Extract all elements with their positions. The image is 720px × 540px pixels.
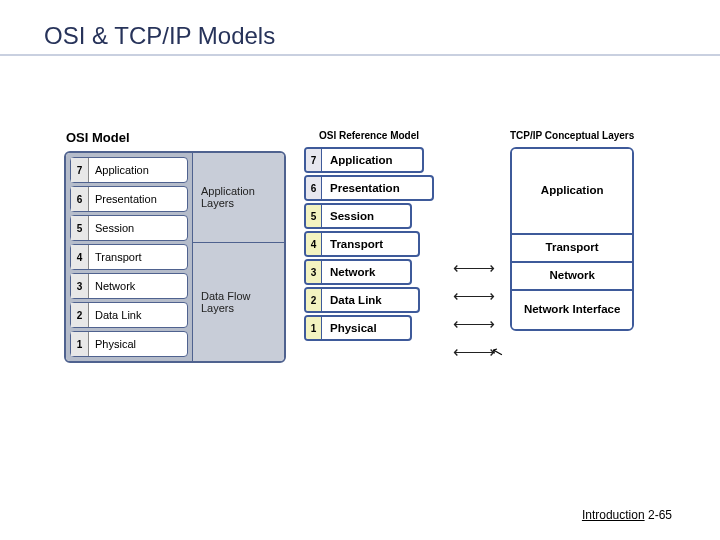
layer-number: 3 (306, 261, 322, 283)
double-arrow-icon: ⟵⟶ ↖ (448, 338, 496, 364)
osi-layer-5: 5 Session (70, 215, 188, 241)
footer-page: 2-65 (648, 508, 672, 522)
tcpip-layer-network: Network (512, 261, 632, 289)
layer-label: Data Link (89, 309, 141, 321)
ref-layer-2: 2 Data Link (304, 287, 420, 313)
double-arrow-icon: ⟵⟶ (448, 254, 496, 280)
osi-layer-6: 6 Presentation (70, 186, 188, 212)
ref-layer-6: 6 Presentation (304, 175, 434, 201)
ref-layer-4: 4 Transport (304, 231, 420, 257)
osi-groups-column: Application Layers Data Flow Layers (192, 153, 284, 361)
layer-label: Application (89, 164, 149, 176)
layer-number: 1 (71, 332, 89, 356)
layer-number: 1 (306, 317, 322, 339)
ref-layer-1: 1 Physical (304, 315, 412, 341)
layer-number: 2 (71, 303, 89, 327)
tcpip-layer-transport: Transport (512, 233, 632, 261)
cursor-icon: ↖ (490, 343, 502, 361)
osi-layer-1: 1 Physical (70, 331, 188, 357)
diagram-content: OSI Model 7 Application 6 Presentation 5… (64, 130, 690, 364)
tcpip-layer-application: Application (512, 149, 632, 233)
layer-label: Session (89, 222, 134, 234)
osi-layer-3: 3 Network (70, 273, 188, 299)
layer-label: Transport (89, 251, 142, 263)
osi-layer-2: 2 Data Link (70, 302, 188, 328)
layer-label: Session (322, 210, 384, 222)
layer-number: 4 (71, 245, 89, 269)
osi-model-body: 7 Application 6 Presentation 5 Session 4… (64, 151, 286, 363)
osi-layer-7: 7 Application (70, 157, 188, 183)
mapping-arrows: ⟵⟶ ⟵⟶ ⟵⟶ ⟵⟶ ↖ (448, 148, 496, 364)
layer-number: 7 (306, 149, 322, 171)
layer-label: Physical (322, 322, 387, 334)
osi-reference-stack: 7 Application 6 Presentation 5 Session 4… (304, 147, 434, 341)
arrow-spacer (448, 168, 496, 252)
tcpip-panel: TCP/IP Conceptual Layers Application Tra… (510, 130, 634, 331)
layer-label: Transport (322, 238, 393, 250)
tcpip-header: TCP/IP Conceptual Layers (510, 130, 634, 141)
osi-reference-header: OSI Reference Model (319, 130, 419, 141)
layer-label: Network (89, 280, 135, 292)
double-arrow-icon: ⟵⟶ (448, 282, 496, 308)
tcpip-layer-network-interface: Network Interface (512, 289, 632, 329)
layer-label: Application (322, 154, 403, 166)
osi-layers-column: 7 Application 6 Presentation 5 Session 4… (66, 153, 192, 361)
ref-layer-3: 3 Network (304, 259, 412, 285)
data-flow-layers-group: Data Flow Layers (192, 243, 284, 361)
layer-label: Presentation (89, 193, 157, 205)
layer-label: Network (322, 266, 385, 278)
application-layers-group: Application Layers (192, 153, 284, 243)
osi-model-panel: OSI Model 7 Application 6 Presentation 5… (64, 130, 286, 363)
osi-layer-4: 4 Transport (70, 244, 188, 270)
layer-number: 7 (71, 158, 89, 182)
arrow-glyph: ⟵⟶ (453, 342, 491, 361)
layer-number: 6 (71, 187, 89, 211)
layer-number: 3 (71, 274, 89, 298)
layer-label: Data Link (322, 294, 392, 306)
osi-reference-panel: OSI Reference Model 7 Application 6 Pres… (304, 130, 434, 341)
ref-layer-5: 5 Session (304, 203, 412, 229)
tcpip-stack: Application Transport Network Network In… (510, 147, 634, 331)
layer-label: Physical (89, 338, 136, 350)
layer-number: 2 (306, 289, 322, 311)
layer-number: 5 (306, 205, 322, 227)
layer-number: 6 (306, 177, 322, 199)
double-arrow-icon: ⟵⟶ (448, 310, 496, 336)
title-underline (0, 54, 720, 56)
layer-label: Presentation (322, 182, 410, 194)
osi-model-header: OSI Model (64, 130, 286, 145)
slide-title: OSI & TCP/IP Models (44, 22, 275, 50)
layer-number: 5 (71, 216, 89, 240)
ref-layer-7: 7 Application (304, 147, 424, 173)
layer-number: 4 (306, 233, 322, 255)
slide-footer: Introduction 2-65 (582, 508, 672, 522)
footer-chapter: Introduction (582, 508, 645, 522)
